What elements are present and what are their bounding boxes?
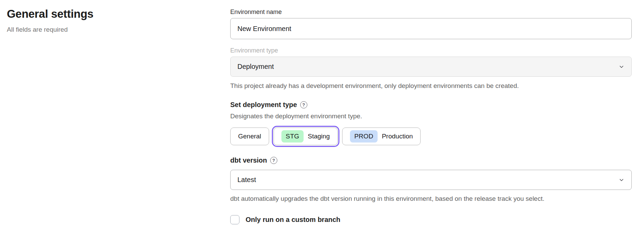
selected-option-ring: STG Staging <box>272 126 339 147</box>
general-settings-page: General settings All fields are required… <box>0 0 644 225</box>
production-badge: PROD <box>350 130 378 142</box>
environment-type-label: Environment type <box>230 47 632 54</box>
environment-form: Environment name Environment type Deploy… <box>230 8 632 224</box>
dbt-version-heading-label: dbt version <box>230 156 267 164</box>
environment-type-helper: This project already has a development e… <box>230 82 632 90</box>
dbt-version-value: Latest <box>237 176 256 184</box>
chevron-down-icon <box>618 177 625 183</box>
environment-type-select: Deployment <box>230 57 632 77</box>
custom-branch-checkbox[interactable] <box>230 215 239 224</box>
environment-name-input[interactable] <box>230 18 632 39</box>
help-icon[interactable]: ? <box>300 101 307 108</box>
dbt-version-select[interactable]: Latest <box>230 170 632 190</box>
page-title: General settings <box>7 7 211 20</box>
deployment-type-heading: Set deployment type ? <box>230 101 632 109</box>
custom-branch-label[interactable]: Only run on a custom branch <box>246 216 340 224</box>
custom-branch-row: Only run on a custom branch <box>230 215 632 224</box>
page-subtitle: All fields are required <box>7 26 211 33</box>
settings-header: General settings All fields are required <box>7 7 211 33</box>
deployment-type-description: Designates the deployment environment ty… <box>230 112 632 120</box>
environment-name-label: Environment name <box>230 8 632 16</box>
help-icon[interactable]: ? <box>270 157 277 164</box>
staging-badge: STG <box>281 130 304 142</box>
dbt-version-heading: dbt version ? <box>230 156 632 164</box>
dbt-version-helper: dbt automatically upgrades the dbt versi… <box>230 195 632 203</box>
deployment-type-option-staging[interactable]: STG Staging <box>274 127 338 145</box>
environment-type-value: Deployment <box>237 63 274 71</box>
deployment-type-option-production[interactable]: PROD Production <box>342 127 421 145</box>
option-label: Staging <box>308 133 330 140</box>
option-label: General <box>238 133 261 140</box>
chevron-down-icon <box>618 64 625 70</box>
deployment-type-heading-label: Set deployment type <box>230 101 297 109</box>
deployment-type-options: General STG Staging PROD Production <box>230 126 632 147</box>
option-label: Production <box>382 133 413 140</box>
deployment-type-option-general[interactable]: General <box>230 127 269 145</box>
